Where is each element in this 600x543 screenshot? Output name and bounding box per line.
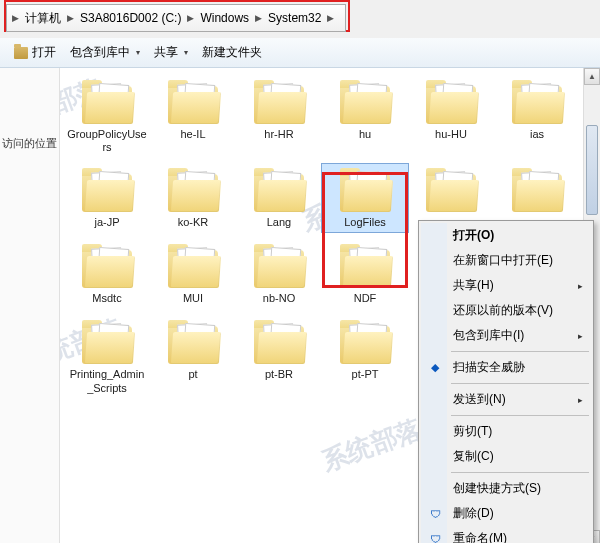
folder-label: he-IL (180, 128, 205, 142)
cm-include-library[interactable]: 包含到库中(I) (421, 323, 591, 348)
folder-label: hu-HU (435, 128, 467, 142)
cm-rename-label: 重命名(M) (453, 530, 507, 543)
folder-item[interactable]: MUI (150, 240, 236, 308)
folder-item[interactable]: hr-HR (236, 76, 322, 156)
chevron-right-icon: ▶ (9, 13, 22, 23)
folder-item-logfiles[interactable]: LogFiles (322, 164, 408, 232)
include-label: 包含到库中 (70, 44, 130, 61)
folder-label: nb-NO (263, 292, 295, 306)
cm-scan-threat[interactable]: ◆扫描安全威胁 (421, 355, 591, 380)
folder-icon (336, 166, 394, 212)
separator (451, 351, 589, 352)
chevron-right-icon: ▶ (252, 13, 265, 23)
folder-item[interactable]: ko-KR (150, 164, 236, 232)
separator (451, 383, 589, 384)
folder-label: LogFiles (344, 216, 386, 230)
folder-item[interactable]: nb-NO (236, 240, 322, 308)
cm-copy[interactable]: 复制(C) (421, 444, 591, 469)
folder-icon (250, 166, 308, 212)
crumb-windows[interactable]: Windows (197, 7, 252, 29)
folder-icon (78, 242, 136, 288)
cm-create-shortcut[interactable]: 创建快捷方式(S) (421, 476, 591, 501)
folder-icon (422, 78, 480, 124)
folder-label: pt-PT (352, 368, 379, 382)
folder-item[interactable]: Printing_Admin_Scripts (64, 316, 150, 396)
chevron-right-icon: ▶ (64, 13, 77, 23)
crumb-drive[interactable]: S3A8016D002 (C:) (77, 7, 184, 29)
folder-label: Msdtc (92, 292, 121, 306)
folder-label: NDF (354, 292, 377, 306)
folder-label: GroupPolicyUsers (67, 128, 147, 154)
share-button[interactable]: 共享 (148, 41, 194, 64)
folder-icon (164, 242, 222, 288)
cm-delete[interactable]: 🛡删除(D) (421, 501, 591, 526)
folder-icon (164, 78, 222, 124)
folder-item[interactable]: pt-BR (236, 316, 322, 396)
folder-item[interactable]: NDF (322, 240, 408, 308)
cm-open-new-window[interactable]: 在新窗口中打开(E) (421, 248, 591, 273)
folder-icon (78, 166, 136, 212)
chevron-right-icon: ▶ (324, 13, 337, 23)
watermark: 系统部落 (317, 411, 427, 479)
context-menu: 打开(O) 在新窗口中打开(E) 共享(H) 还原以前的版本(V) 包含到库中(… (418, 220, 594, 543)
folder-label: hu (359, 128, 371, 142)
cm-open-label: 打开(O) (453, 227, 494, 244)
cm-open[interactable]: 打开(O) (421, 223, 591, 248)
include-library-button[interactable]: 包含到库中 (64, 41, 146, 64)
cm-share[interactable]: 共享(H) (421, 273, 591, 298)
folder-item[interactable]: ias (494, 76, 580, 156)
folder-icon (508, 166, 566, 212)
sidebar: 访问的位置 (0, 68, 60, 543)
folder-icon (336, 78, 394, 124)
cm-rename[interactable]: 🛡重命名(M) (421, 526, 591, 543)
folder-item[interactable]: pt-PT (322, 316, 408, 396)
folder-icon (336, 242, 394, 288)
folder-icon (78, 318, 136, 364)
crumb-system32[interactable]: System32 (265, 7, 324, 29)
folder-icon (78, 78, 136, 124)
share-label: 共享 (154, 44, 178, 61)
breadcrumb[interactable]: ▶ 计算机 ▶ S3A8016D002 (C:) ▶ Windows ▶ Sys… (6, 4, 346, 32)
folder-label: pt-BR (265, 368, 293, 382)
separator (451, 415, 589, 416)
cm-send-to[interactable]: 发送到(N) (421, 387, 591, 412)
folder-item[interactable]: GroupPolicyUsers (64, 76, 150, 156)
cm-cut[interactable]: 剪切(T) (421, 419, 591, 444)
folder-icon (508, 78, 566, 124)
folder-icon (250, 318, 308, 364)
folder-label: ko-KR (178, 216, 209, 230)
open-label: 打开 (32, 44, 56, 61)
folder-label: pt (188, 368, 197, 382)
folder-icon (164, 318, 222, 364)
folder-label: Lang (267, 216, 291, 230)
folder-icon (336, 318, 394, 364)
chevron-right-icon: ▶ (184, 13, 197, 23)
crumb-computer[interactable]: 计算机 (22, 7, 64, 29)
folder-icon (250, 78, 308, 124)
cm-scan-label: 扫描安全威胁 (453, 359, 525, 376)
folder-icon (164, 166, 222, 212)
cm-restore-prev[interactable]: 还原以前的版本(V) (421, 298, 591, 323)
folder-open-icon (14, 47, 28, 59)
folder-label: MUI (183, 292, 203, 306)
folder-label: hr-HR (264, 128, 293, 142)
open-button[interactable]: 打开 (8, 41, 62, 64)
sidebar-item-recent[interactable]: 访问的位置 (0, 132, 59, 155)
folder-label: ias (530, 128, 544, 142)
folder-label: ja-JP (94, 216, 119, 230)
separator (451, 472, 589, 473)
folder-item[interactable]: ja-JP (64, 164, 150, 232)
folder-item[interactable]: hu (322, 76, 408, 156)
folder-icon (422, 166, 480, 212)
newfolder-label: 新建文件夹 (202, 44, 262, 61)
folder-item[interactable]: Lang (236, 164, 322, 232)
new-folder-button[interactable]: 新建文件夹 (196, 41, 268, 64)
folder-item[interactable]: Msdtc (64, 240, 150, 308)
folder-item[interactable]: hu-HU (408, 76, 494, 156)
folder-icon (250, 242, 308, 288)
shield-icon: 🛡 (427, 506, 443, 522)
shield-icon: 🛡 (427, 531, 443, 544)
shield-icon: ◆ (427, 360, 443, 376)
folder-item[interactable]: he-IL (150, 76, 236, 156)
folder-item[interactable]: pt (150, 316, 236, 396)
